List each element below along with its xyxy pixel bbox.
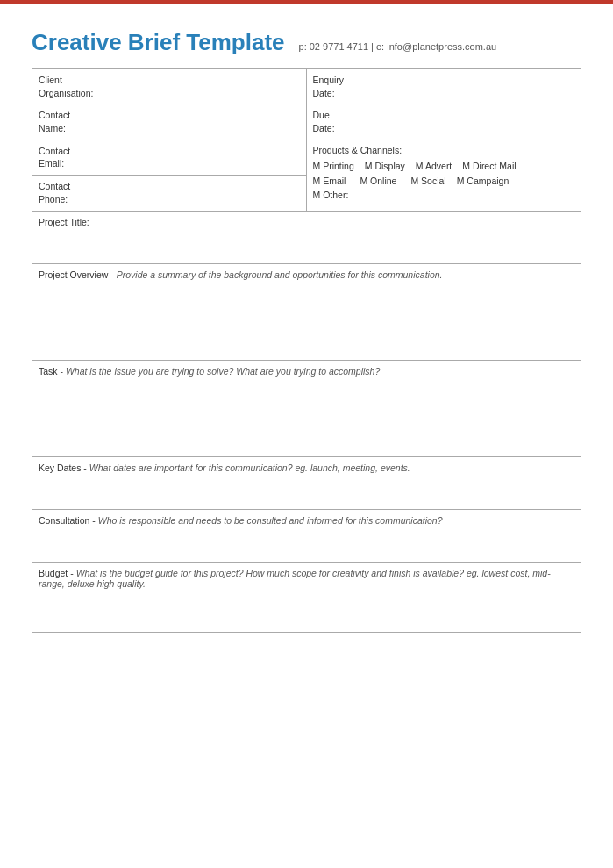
header: Creative Brief Template p: 02 9771 4711 … (32, 29, 581, 56)
contact-name-label: ContactName: (39, 109, 300, 134)
header-contact: p: 02 9771 4711 | e: info@planetpress.co… (299, 41, 497, 52)
budget-label: Budget - What is the budget guide for th… (39, 568, 574, 589)
product-direct-mail: M Direct Mail (462, 159, 516, 174)
product-campaign: M Campaign (457, 174, 510, 189)
content: Creative Brief Template p: 02 9771 4711 … (0, 4, 613, 659)
product-online: M Online (360, 174, 396, 189)
products-row-2: M Email M Online M Social M Campaign (313, 174, 575, 189)
products-channels-label: Products & Channels: (313, 145, 575, 155)
contact-name-field[interactable]: ContactName: (32, 104, 306, 140)
products-row-1: M Printing M Display M Advert M Direct M… (313, 159, 575, 174)
product-social: M Social (410, 174, 445, 189)
enquiry-date-field[interactable]: EnquiryDate: (307, 69, 581, 104)
project-title-section[interactable]: Project Title: (32, 212, 581, 264)
products-row-3: M Other: (313, 188, 575, 203)
due-date-field[interactable]: DueDate: (307, 104, 581, 140)
products-channels-field: Products & Channels: M Printing M Displa… (307, 140, 581, 211)
contact-email-label: ContactEmail: (39, 145, 300, 170)
contact-email-field[interactable]: ContactEmail: (32, 140, 306, 176)
product-printing: M Printing (313, 159, 354, 174)
left-fields: ClientOrganisation: ContactName: Contact… (32, 69, 307, 211)
key-dates-label: Key Dates - What dates are important for… (39, 463, 574, 473)
project-overview-section[interactable]: Project Overview - Provide a summary of … (32, 264, 581, 361)
consultation-label: Consultation - Who is responsible and ne… (39, 515, 574, 526)
top-info-grid: ClientOrganisation: ContactName: Contact… (32, 68, 581, 212)
client-org-field[interactable]: ClientOrganisation: (32, 69, 306, 104)
budget-section[interactable]: Budget - What is the budget guide for th… (32, 563, 581, 633)
project-overview-label: Project Overview - Provide a summary of … (39, 269, 574, 280)
task-section[interactable]: Task - What is the issue you are trying … (32, 361, 581, 457)
product-display: M Display (365, 159, 405, 174)
client-org-label: ClientOrganisation: (39, 74, 300, 99)
enquiry-date-label: EnquiryDate: (313, 74, 575, 99)
contact-phone-label: ContactPhone: (39, 180, 300, 205)
contact-phone-field[interactable]: ContactPhone: (32, 176, 306, 210)
due-date-label: DueDate: (313, 109, 575, 134)
product-email: M Email (313, 174, 346, 189)
product-advert: M Advert (416, 159, 452, 174)
key-dates-section[interactable]: Key Dates - What dates are important for… (32, 457, 581, 510)
consultation-section[interactable]: Consultation - Who is responsible and ne… (32, 510, 581, 563)
task-label: Task - What is the issue you are trying … (39, 366, 574, 377)
page-title: Creative Brief Template (32, 29, 285, 56)
page: Creative Brief Template p: 02 9771 4711 … (0, 0, 613, 868)
right-fields: EnquiryDate: DueDate: Products & Channel… (307, 69, 581, 211)
project-title-label: Project Title: (39, 217, 574, 227)
product-other: M Other: (313, 188, 349, 203)
